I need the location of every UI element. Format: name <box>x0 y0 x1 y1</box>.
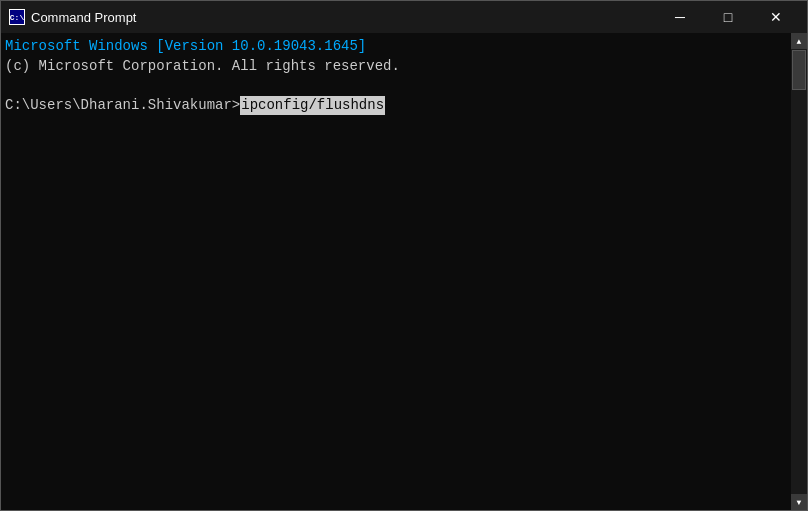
terminal-line-2: (c) Microsoft Corporation. All rights re… <box>5 57 803 77</box>
scrollbar[interactable]: ▲ ▼ <box>791 33 807 510</box>
title-bar-left: C:\ Command Prompt <box>9 9 136 25</box>
scrollbar-track[interactable] <box>791 49 807 494</box>
title-bar-controls: ─ □ ✕ <box>657 1 799 33</box>
prompt-line: C:\Users\Dharani.Shivakumar>ipconfig/flu… <box>5 96 803 116</box>
maximize-button[interactable]: □ <box>705 1 751 33</box>
minimize-button[interactable]: ─ <box>657 1 703 33</box>
cmd-icon: C:\ <box>9 9 25 25</box>
window-title: Command Prompt <box>31 10 136 25</box>
command-input[interactable]: ipconfig/flushdns <box>240 96 385 116</box>
scrollbar-down-button[interactable]: ▼ <box>791 494 807 510</box>
cmd-icon-wrapper: C:\ <box>9 9 25 25</box>
close-button[interactable]: ✕ <box>753 1 799 33</box>
terminal-line-1: Microsoft Windows [Version 10.0.19043.16… <box>5 37 803 57</box>
terminal-body[interactable]: Microsoft Windows [Version 10.0.19043.16… <box>1 33 807 510</box>
cmd-window: C:\ Command Prompt ─ □ ✕ Microsoft Windo… <box>0 0 808 511</box>
prompt-path: C:\Users\Dharani.Shivakumar <box>5 96 232 116</box>
prompt-symbol: > <box>232 96 240 116</box>
terminal-line-3 <box>5 76 803 96</box>
scrollbar-thumb[interactable] <box>792 50 806 90</box>
scrollbar-up-button[interactable]: ▲ <box>791 33 807 49</box>
title-bar: C:\ Command Prompt ─ □ ✕ <box>1 1 807 33</box>
